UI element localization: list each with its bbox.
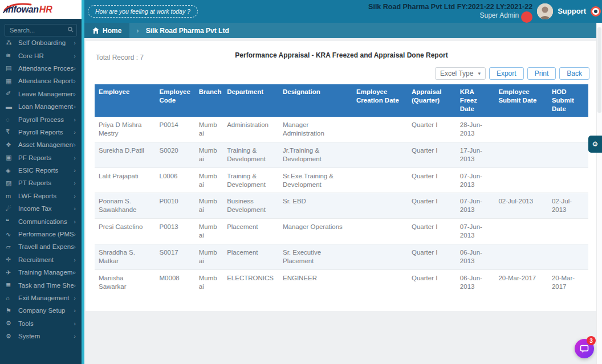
- chevron-right-icon: ›: [74, 154, 76, 161]
- chevron-right-icon: ›: [74, 282, 76, 289]
- page-title: Performance Appraisal - KRA Freezed and …: [86, 51, 597, 59]
- table-cell: [548, 142, 588, 167]
- sidebar-item-lwf-reports[interactable]: mLWF Reports›: [0, 190, 82, 202]
- table-cell: 20-Mar-2017: [494, 270, 548, 295]
- sidebar-item-esic-reports[interactable]: ◈ESIC Reports›: [0, 164, 82, 177]
- chevron-right-icon: ›: [74, 295, 76, 301]
- rupee-icon: ₹: [6, 128, 18, 136]
- table-cell: [352, 117, 408, 142]
- sidebar-item-income-tax[interactable]: ☄Income Tax›: [0, 202, 82, 215]
- sidebar-item-label: Payroll Process: [18, 116, 74, 123]
- sidebar-item-loan-management[interactable]: ▬Loan Management›: [0, 100, 82, 113]
- sidebar-item-communications[interactable]: ❝Communications›: [0, 215, 82, 227]
- sidebar-item-attendance-reports[interactable]: ▦Attendance Reports›: [0, 75, 82, 87]
- column-header: HOD Submit Date: [548, 84, 588, 117]
- user-avatar[interactable]: [537, 3, 553, 19]
- column-header: KRA Freez Date: [456, 84, 495, 117]
- sidebar-item-attendance-process[interactable]: ▤Attendance Process›: [0, 62, 82, 75]
- logo-accent-text: HR: [39, 5, 52, 15]
- sidebar-item-travell-and-expense[interactable]: ▱Travell and Expense›: [0, 240, 82, 253]
- sidebar-item-payroll-process[interactable]: ◌Payroll Process›: [0, 113, 82, 125]
- table-cell: 07-Jun- 2013: [456, 167, 495, 193]
- scrollbar-thumb[interactable]: [597, 27, 601, 113]
- chat-fab-button[interactable]: 3: [575, 339, 594, 358]
- sidebar-item-label: Self Onboarding: [18, 39, 74, 46]
- table-cell: Quarter I: [408, 142, 456, 167]
- chevron-right-icon: ›: [74, 103, 76, 110]
- excel-type-select[interactable]: Excel Type ▾: [435, 67, 486, 80]
- table-row: Priya D Mishra MestryP0014MumbaiAdminist…: [95, 117, 588, 142]
- sidebar-item-tools[interactable]: ⚙Tools›: [0, 317, 82, 330]
- settings-flyout-button[interactable]: ⚙: [588, 136, 602, 153]
- sidebar-item-task-and-time-sheet[interactable]: ≣Task and Time Sheet›: [0, 279, 82, 291]
- database-icon: ≋: [6, 52, 18, 59]
- table-cell: 28-Jun- 2013: [456, 117, 495, 142]
- chevron-right-icon: ›: [74, 320, 76, 327]
- table-cell: 06-Jun- 2013: [456, 270, 495, 295]
- sidebar-item-payroll-reports[interactable]: ₹Payroll Reports›: [0, 126, 82, 138]
- excel-type-label: Excel Type: [440, 69, 473, 77]
- sidebar-nav: ⁂Self Onboarding›≋Core HR›▤Attendance Pr…: [0, 36, 82, 342]
- role-label: Super Admin: [479, 11, 519, 19]
- breadcrumb-home[interactable]: Home: [84, 23, 129, 38]
- sidebar-item-pf-reports[interactable]: ▣PF Reports›: [0, 152, 82, 164]
- table-cell: ENGINEER: [279, 270, 352, 295]
- table-cell: Mumbai: [195, 117, 223, 142]
- table-cell: [494, 117, 548, 142]
- table-cell: P0010: [156, 193, 195, 219]
- table-cell: Lalit Prajapati: [95, 167, 156, 193]
- asset-icon: ❖: [6, 141, 18, 149]
- support-link[interactable]: Support: [558, 7, 586, 15]
- search-input[interactable]: [5, 24, 77, 36]
- sidebar-item-system[interactable]: ⚙System›: [0, 330, 82, 342]
- vertical-scrollbar[interactable]: [596, 23, 602, 364]
- chat-icon: ❝: [6, 218, 18, 225]
- table-cell: [548, 117, 588, 142]
- table-cell: [494, 219, 548, 244]
- diamond-icon: ◈: [6, 167, 18, 174]
- notification-dot-icon[interactable]: [521, 11, 532, 23]
- sidebar-item-label: Task and Time Sheet: [18, 282, 74, 289]
- report-toolbar: Excel Type ▾ Export Print Back: [86, 59, 597, 84]
- table-cell: ELECTRONICS: [223, 270, 279, 295]
- sidebar-item-recruitment[interactable]: ✛Recruitment›: [0, 253, 82, 266]
- chevron-right-icon: ›: [74, 77, 76, 84]
- table-cell: [494, 142, 548, 167]
- table-cell: Mumbai: [195, 142, 223, 167]
- sidebar-item-company-setup[interactable]: ⚑Company Setup›: [0, 304, 82, 317]
- export-button[interactable]: Export: [489, 67, 524, 80]
- sidebar-item-core-hr[interactable]: ≋Core HR›: [0, 49, 82, 62]
- print-button[interactable]: Print: [527, 67, 556, 80]
- sidebar-item-label: Exit Management: [18, 295, 74, 301]
- sidebar-item-self-onboarding[interactable]: ⁂Self Onboarding›: [0, 36, 82, 49]
- sidebar-item-performance-pms[interactable]: ∿Performance (PMS)›: [0, 228, 82, 240]
- sidebar-item-pt-reports[interactable]: ▨PT Reports›: [0, 177, 82, 189]
- table-cell: [352, 219, 408, 244]
- chevron-right-icon: ›: [74, 218, 76, 225]
- support-target-icon[interactable]: [591, 6, 601, 17]
- table-cell: Administration: [223, 117, 279, 142]
- chat-bubble-icon: [580, 345, 589, 353]
- user-plus-icon: ✛: [6, 256, 18, 263]
- table-cell: 07-Jun- 2013: [456, 219, 495, 244]
- report-table-wrap: EmployeeEmployee CodeBranchDepartmentDes…: [95, 84, 588, 295]
- mood-check-button[interactable]: How are you feeling at work today ?: [88, 5, 198, 18]
- sidebar-item-label: Travell and Expense: [18, 243, 74, 250]
- sidebar-item-asset-management[interactable]: ❖Asset Management›: [0, 138, 82, 151]
- chevron-right-icon: ›: [74, 307, 76, 314]
- sidebar-item-exit-management[interactable]: ⌂Exit Management›: [0, 292, 82, 304]
- sidebar-item-label: Communications: [18, 218, 74, 225]
- chevron-right-icon: ›: [74, 333, 76, 340]
- sidebar-item-leave-management[interactable]: ✐Leave Management›: [0, 88, 82, 100]
- sidebar-item-training-management[interactable]: ✈Training Management›: [0, 266, 82, 279]
- sidebar-item-label: Training Management: [18, 269, 74, 276]
- back-button[interactable]: Back: [559, 67, 589, 80]
- table-cell: Sr. Executive Placement: [279, 244, 352, 270]
- report-card: Total Record : 7 Performance Appraisal -…: [86, 41, 597, 311]
- table-cell: Quarter I: [408, 270, 456, 295]
- table-cell: 02-Jul-2013: [548, 193, 588, 219]
- chevron-right-icon: ›: [74, 116, 76, 123]
- table-cell: [352, 193, 408, 219]
- money-icon: ▬: [6, 103, 18, 110]
- table-cell: Mumbai: [195, 244, 223, 270]
